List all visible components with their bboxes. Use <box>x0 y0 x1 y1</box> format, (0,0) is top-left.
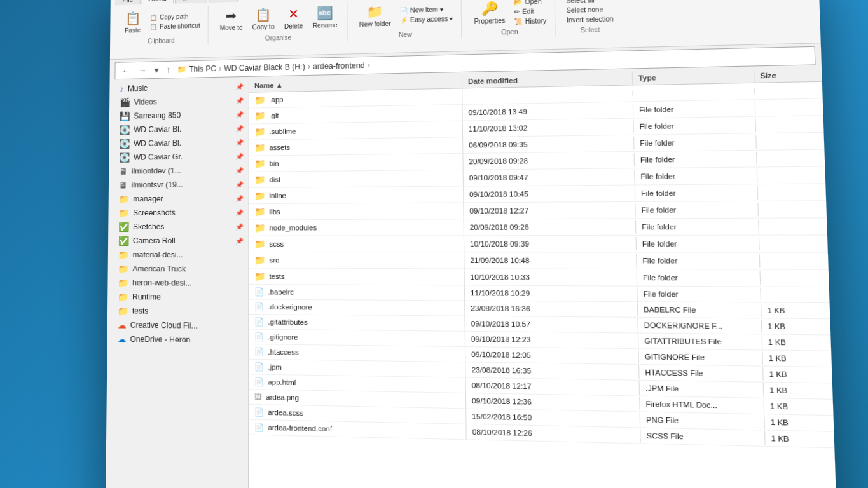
sidebar-item-camera-roll[interactable]: ✅ Camera Roll 📌 <box>108 234 249 248</box>
sidebar-item-onedrive[interactable]: ☁ OneDrive - Heron <box>107 332 248 348</box>
path-wd-caviar[interactable]: WD Caviar Black B (H:) <box>224 62 305 73</box>
file-row[interactable]: 📁libs 09/10/2018 12:27 File folder <box>249 201 827 220</box>
edit-icon: ✏ <box>514 8 520 15</box>
easy-access-button[interactable]: ⚡ Easy access ▾ <box>397 14 456 24</box>
drive-icon: 💽 <box>119 152 130 163</box>
file-row[interactable]: 📁src 21/09/2018 10:48 File folder <box>249 252 829 270</box>
sidebar-item-creative-cloud[interactable]: ☁ Creative Cloud Fil... <box>107 318 249 333</box>
folder-icon: 📁 <box>254 239 265 249</box>
sidebar-item-wd2[interactable]: 💽 WD Caviar Bl. 📌 <box>109 135 248 151</box>
ribbon-tab-file[interactable]: File <box>116 0 141 5</box>
ribbon-tab-share[interactable]: Share <box>175 0 207 4</box>
sidebar-item-ilmiontsvr[interactable]: 🖥 ilmiontsvr (19... 📌 <box>109 177 249 193</box>
forward-button[interactable]: → <box>135 64 149 77</box>
sidebar-item-label: WD Caviar Bl. <box>134 139 181 148</box>
sidebar-item-screenshots[interactable]: 📁 Screenshots 📌 <box>108 205 248 220</box>
new-item-button[interactable]: 📄 New item ▾ <box>397 4 456 15</box>
sidebar-item-label: tests <box>132 306 149 315</box>
pin-icon: 📌 <box>236 97 244 104</box>
sidebar-item-label: WD Caviar Gr. <box>134 152 183 162</box>
file-name: .app <box>269 96 283 104</box>
paste-shortcut-button[interactable]: 📋 Paste shortcut <box>147 21 202 30</box>
copy-to-button[interactable]: 📋 Copy to <box>249 5 279 33</box>
up-button[interactable]: ↑ <box>163 64 173 76</box>
rename-button[interactable]: 🔤 Rename <box>309 3 341 31</box>
folder-icon: 📁 <box>254 142 265 152</box>
pin-icon: 📌 <box>236 111 244 118</box>
pin-icon: 📌 <box>235 195 243 202</box>
history-button[interactable]: 📜 History <box>511 17 549 26</box>
edit-button[interactable]: ✏ Edit <box>511 7 549 17</box>
sidebar-item-label: Music <box>128 84 148 93</box>
file-list: 📁.app 📁.git 09/10/2018 13:49 File folder… <box>249 82 837 488</box>
select-none-label: Select none <box>567 6 603 14</box>
sidebar-item-sketches[interactable]: ✅ Sketches 📌 <box>108 219 248 234</box>
sidebar-item-heron[interactable]: 📁 heron-web-desi... <box>107 276 248 290</box>
file-icon: 🖼 <box>254 392 262 402</box>
sidebar-item-material[interactable]: 📁 material-desi... <box>108 248 249 262</box>
file-size: 1 KB <box>764 415 834 430</box>
file-type: Firefox HTML Doc... <box>640 397 764 413</box>
file-name: .htaccess <box>268 348 298 356</box>
new-folder-label: New folder <box>359 20 391 28</box>
open-button[interactable]: 📂 Open <box>511 0 549 6</box>
sidebar-item-runtime[interactable]: 📁 Runtime <box>107 290 248 305</box>
file-type: SCSS File <box>640 429 765 445</box>
file-name: ardea.scss <box>268 409 303 417</box>
path-ardea[interactable]: ardea-frontend <box>313 61 365 71</box>
file-date: 11/10/2018 10:29 <box>465 287 638 301</box>
select-all-button[interactable]: Select all <box>563 0 616 5</box>
move-to-button[interactable]: ➡ Move to <box>216 6 247 34</box>
network-icon: 🖥 <box>119 180 128 190</box>
music-icon: ♪ <box>120 84 124 94</box>
ribbon-tab-view[interactable]: View <box>209 0 238 3</box>
file-type <box>633 88 755 96</box>
file-date: 09/10/2018 12:05 <box>465 348 639 363</box>
sidebar-item-ilmiontdev[interactable]: 🖥 ilmiontdev (1... 📌 <box>109 163 249 179</box>
copy-path-button[interactable]: 📋 Copy path <box>147 12 202 22</box>
col-header-size[interactable]: Size <box>754 67 822 82</box>
col-header-type[interactable]: Type <box>633 69 755 85</box>
sidebar-item-label: Creative Cloud Fil... <box>130 321 198 330</box>
open-buttons: 🔑 Properties 📂 Open ✏ Edit <box>470 0 549 27</box>
pin-icon: 📌 <box>235 152 243 159</box>
new-folder-button[interactable]: 📁 New folder <box>355 1 395 30</box>
open-small-buttons: 📂 Open ✏ Edit 📜 History <box>511 0 549 26</box>
paste-icon: 📋 <box>125 11 141 26</box>
onedrive-icon: ☁ <box>117 334 126 344</box>
delete-button[interactable]: ✕ Delete <box>280 4 307 32</box>
move-to-icon: ➡ <box>226 8 237 24</box>
file-size: 1 KB <box>762 351 832 366</box>
dropdown-button[interactable]: ▾ <box>152 64 162 76</box>
sidebar-item-wd3[interactable]: 💽 WD Caviar Gr. 📌 <box>109 149 249 165</box>
file-name: ardea-frontend.conf <box>268 424 332 433</box>
path-this-pc[interactable]: This PC <box>189 64 216 74</box>
invert-selection-button[interactable]: Invert selection <box>563 15 616 25</box>
file-row[interactable]: 📁scss 10/10/2018 09:39 File folder <box>249 235 828 252</box>
file-name: src <box>269 256 279 264</box>
folder-icon: 📁 <box>118 250 129 260</box>
file-size: 1 KB <box>762 336 831 350</box>
folder-icon: 📁 <box>118 278 128 288</box>
file-row[interactable]: 📁node_modules 20/09/2018 09:28 File fold… <box>249 218 827 236</box>
file-date: 09/10/2018 12:23 <box>465 332 639 348</box>
back-button[interactable]: ← <box>119 64 133 77</box>
file-name: .gitattributes <box>268 318 307 326</box>
ribbon-tab-home[interactable]: Home <box>141 0 174 4</box>
file-size: 1 KB <box>763 367 832 383</box>
sidebar-item-wd1[interactable]: 💽 WD Caviar Bl. 📌 <box>109 121 249 137</box>
file-type: HTACCESS File <box>639 365 763 381</box>
folder-icon: 📁 <box>118 264 128 274</box>
path-icon: 📁 <box>177 65 186 74</box>
sidebar-item-tests[interactable]: 📁 tests <box>107 304 249 319</box>
sidebar-item-manager[interactable]: 📁 manager 📌 <box>109 191 249 206</box>
properties-button[interactable]: 🔑 Properties <box>470 0 509 27</box>
select-none-button[interactable]: Select none <box>563 5 616 15</box>
paste-button[interactable]: 📋 Paste <box>120 9 146 36</box>
file-type: GITATTRIBUTES File <box>638 334 762 349</box>
organise-buttons: ➡ Move to 📋 Copy to ✕ Delete 🔤 <box>216 3 341 34</box>
pin-icon: 📌 <box>235 180 243 187</box>
file-date: 10/10/2018 10:33 <box>465 270 638 284</box>
sidebar-item-american-truck[interactable]: 📁 American Truck <box>108 262 249 276</box>
sidebar-item-label: WD Caviar Bl. <box>134 125 181 134</box>
